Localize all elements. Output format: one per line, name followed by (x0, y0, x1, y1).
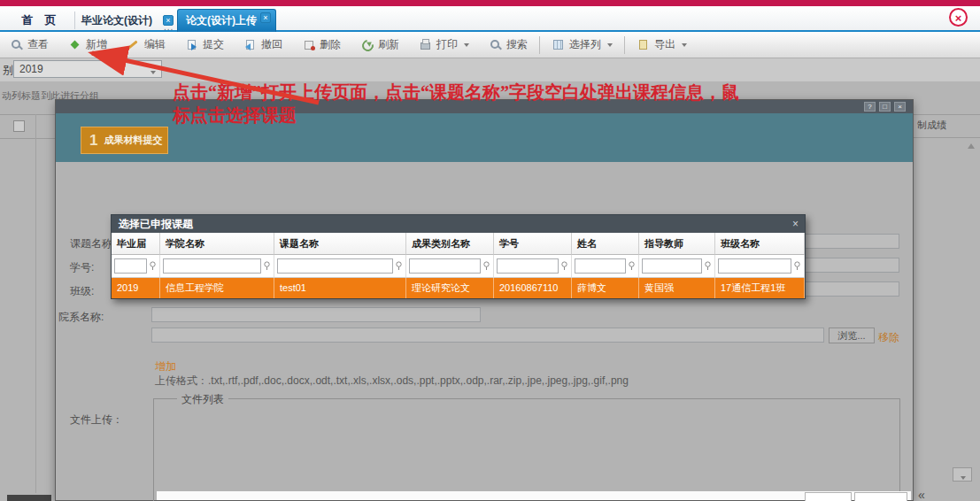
maximize-icon[interactable]: □ (879, 102, 891, 112)
tab-home[interactable]: 首 页 (5, 11, 73, 30)
remove-link[interactable]: 移除 (878, 330, 899, 345)
upload-dialog: ? □ × 1 成果材料提交 课题名称: 成果类别: 学号: 姓名: 班级: (55, 99, 914, 501)
col-header-name[interactable]: 姓名 (572, 233, 639, 255)
tab-overflow-ellipsis: ... (164, 22, 174, 32)
bg-table-line (914, 137, 980, 138)
chevron-down-icon (464, 43, 469, 50)
filter-magnifier-icon[interactable] (149, 261, 158, 271)
filter-input[interactable] (497, 258, 559, 274)
step-badge: 1 成果材料提交 (81, 127, 168, 154)
bg-clipped-text (7, 495, 51, 501)
bg-select-all-checkbox[interactable] (13, 120, 25, 132)
top-crimson-bar (0, 0, 980, 6)
close-icon[interactable]: × (792, 218, 799, 230)
filter-input[interactable] (163, 258, 261, 274)
filter-input[interactable] (409, 258, 481, 274)
col-header-advisor[interactable]: 指导教师 (639, 233, 715, 255)
bg-table-line (35, 114, 36, 493)
close-all-tabs-icon[interactable]: × (949, 8, 968, 27)
filter-magnifier-icon[interactable] (482, 261, 491, 271)
cell-student-id[interactable]: 20160867110 (494, 278, 572, 298)
browse-button[interactable]: 浏览... (829, 328, 875, 343)
filter-magnifier-icon[interactable] (628, 261, 637, 271)
col-header-topic[interactable]: 课题名称 (274, 233, 406, 255)
print-button[interactable]: 打印 (409, 32, 479, 58)
cell-topic[interactable]: test01 (274, 278, 406, 298)
filter-cell (112, 255, 160, 278)
search-icon (489, 38, 502, 51)
printer-icon (419, 38, 432, 51)
popup-data-row[interactable]: 2019 信息工程学院 test01 理论研究论文 20160867110 薛博… (112, 278, 805, 298)
export-button[interactable]: 导出 (627, 32, 697, 58)
file-list-legend: 文件列表 (177, 392, 228, 407)
col-header-college[interactable]: 学院名称 (160, 233, 274, 255)
help-icon[interactable]: ? (864, 102, 876, 112)
refresh-icon (360, 38, 374, 51)
cell-category[interactable]: 理论研究论文 (406, 278, 494, 298)
tab-close-icon[interactable]: × (260, 12, 271, 23)
filter-cell (715, 255, 805, 278)
view-button[interactable]: 查看 (0, 32, 58, 58)
filter-cell (160, 255, 274, 278)
add-file-link[interactable]: 增加 (155, 359, 176, 374)
columns-grid-icon (552, 38, 565, 51)
filter-cell (639, 255, 715, 278)
department-input[interactable] (151, 307, 481, 322)
footer-button-clipped[interactable] (854, 492, 907, 501)
filter-input[interactable] (114, 258, 147, 274)
cell-grad-year[interactable]: 2019 (112, 278, 160, 298)
dialog-footer (157, 491, 911, 500)
file-upload-label: 文件上传： (70, 412, 123, 428)
cell-advisor[interactable]: 黄国强 (639, 278, 715, 298)
close-icon[interactable]: × (894, 102, 906, 112)
tab-thesis-upload-active[interactable]: 论文(设计)上传 × (177, 9, 276, 32)
filter-cell (274, 255, 406, 278)
cell-class[interactable]: 17通信工程1班 (715, 278, 805, 298)
year-filter-label: 别 (3, 63, 13, 78)
bg-column-header-partial: 制成绩 (917, 119, 946, 132)
bg-table-line (0, 138, 55, 139)
dialog-body: 课题名称: 成果类别: 学号: 姓名: 班级: 院系名称: 浏览... 移除 增… (56, 162, 913, 491)
col-header-grad-year[interactable]: 毕业届 (112, 233, 160, 255)
tab-graduation-thesis[interactable]: 毕业论文(设计) (81, 11, 152, 30)
tab-divider (74, 12, 75, 29)
step-label: 成果材料提交 (104, 134, 162, 147)
popup-title-bar[interactable]: 选择已申报课题 × (112, 215, 805, 233)
refresh-button[interactable]: 刷新 (351, 32, 409, 58)
filter-cell (572, 255, 639, 278)
search-button[interactable]: 搜索 (479, 32, 537, 58)
bg-table-line (0, 114, 55, 115)
file-path-input[interactable] (151, 328, 824, 343)
upload-format-hint: 上传格式：.txt,.rtf,.pdf,.doc,.docx,.odt,.txt… (155, 374, 629, 389)
filter-magnifier-icon[interactable] (395, 261, 404, 271)
department-label: 院系名称: (58, 310, 104, 325)
filter-magnifier-icon[interactable] (560, 261, 569, 271)
chevron-down-icon (607, 43, 613, 50)
bg-dropdown[interactable] (953, 467, 972, 482)
filter-cell (494, 255, 572, 278)
topic-name-label: 课题名称: (70, 236, 115, 251)
filter-cell (406, 255, 494, 278)
col-header-class[interactable]: 班级名称 (715, 233, 805, 255)
popup-table: 毕业届 学院名称 课题名称 成果类别名称 学号 姓名 指导教师 班级名称 (112, 233, 805, 255)
filter-magnifier-icon[interactable] (263, 261, 272, 271)
footer-button-clipped[interactable] (805, 492, 852, 501)
bg-pager-partial: « (918, 488, 925, 501)
chevron-down-icon (682, 43, 687, 50)
col-header-category[interactable]: 成果类别名称 (406, 233, 494, 255)
cell-college[interactable]: 信息工程学院 (160, 278, 274, 298)
filter-magnifier-icon[interactable] (704, 261, 713, 271)
select-columns-button[interactable]: 选择列 (542, 32, 622, 58)
filter-input[interactable] (642, 258, 702, 274)
col-header-student-id[interactable]: 学号 (494, 233, 572, 255)
filter-input[interactable] (575, 258, 626, 274)
annotation-arrow (53, 41, 336, 112)
filter-input[interactable] (277, 258, 393, 274)
filter-magnifier-icon[interactable] (793, 261, 802, 271)
chevron-down-icon (961, 476, 966, 482)
filter-input[interactable] (718, 258, 791, 274)
class-label: 班级: (70, 284, 94, 299)
file-list-box: 文件列表 (153, 398, 900, 501)
cell-name[interactable]: 薛博文 (572, 278, 639, 298)
student-id-label: 学号: (70, 260, 94, 275)
